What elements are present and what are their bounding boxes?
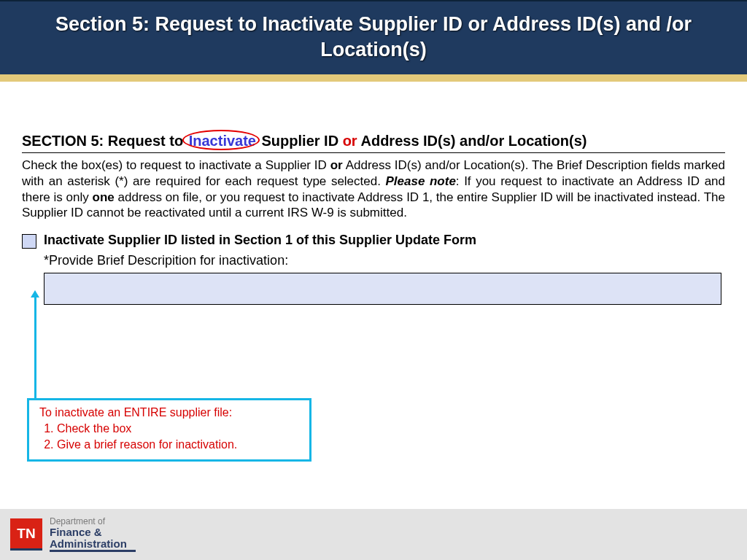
gold-divider <box>0 74 747 82</box>
dept-underline <box>50 550 136 552</box>
slide-title: Section 5: Request to Inactivate Supplie… <box>15 12 732 63</box>
dept-name-line1: Finance & <box>50 526 136 538</box>
heading-mid: Supplier ID <box>258 133 343 149</box>
callout-steps: Check the box Give a brief reason for in… <box>39 421 299 452</box>
inactivate-supplier-checkbox[interactable] <box>22 234 36 249</box>
department-block: Department of Finance & Administration <box>50 517 136 552</box>
callout-arrow-icon <box>34 296 36 400</box>
instr-one: one <box>93 190 115 204</box>
instr-or: or <box>330 158 343 172</box>
content-area: SECTION 5: Request to Inactivate Supplie… <box>0 82 747 305</box>
checkbox-label: Inactivate Supplier ID listed in Section… <box>44 233 476 248</box>
description-input[interactable] <box>44 273 721 305</box>
heading-or: or <box>343 133 357 149</box>
description-field-label: *Provide Brief Descripition for inactiva… <box>44 253 725 268</box>
heading-prefix: SECTION 5: Request to <box>22 133 187 149</box>
dept-name-line2: Administration <box>50 538 136 550</box>
callout-step-2: Give a brief reason for inactivation. <box>57 437 299 453</box>
circled-text: Inactivate <box>189 133 256 149</box>
tn-logo: TN <box>10 518 42 551</box>
heading-suffix: Address ID(s) and/or Location(s) <box>357 133 587 149</box>
checkbox-row: Inactivate Supplier ID listed in Section… <box>22 233 725 249</box>
dept-of-label: Department of <box>50 517 136 526</box>
form-section-heading: SECTION 5: Request to Inactivate Supplie… <box>22 133 725 153</box>
slide-header: Section 5: Request to Inactivate Supplie… <box>0 0 747 74</box>
heading-circled-word: Inactivate <box>187 133 258 149</box>
callout-box: To inactivate an ENTIRE supplier file: C… <box>27 398 311 462</box>
instructions-paragraph: Check the box(es) to request to inactiva… <box>22 158 725 221</box>
callout-step-1: Check the box <box>57 421 299 437</box>
instr-part1: Check the box(es) to request to inactiva… <box>22 158 330 172</box>
instr-please-note: Please note <box>386 174 456 188</box>
callout-title: To inactivate an ENTIRE supplier file: <box>39 406 299 419</box>
instr-part4: address on file, or you request to inact… <box>22 190 725 220</box>
footer-bar: TN Department of Finance & Administratio… <box>0 509 747 560</box>
